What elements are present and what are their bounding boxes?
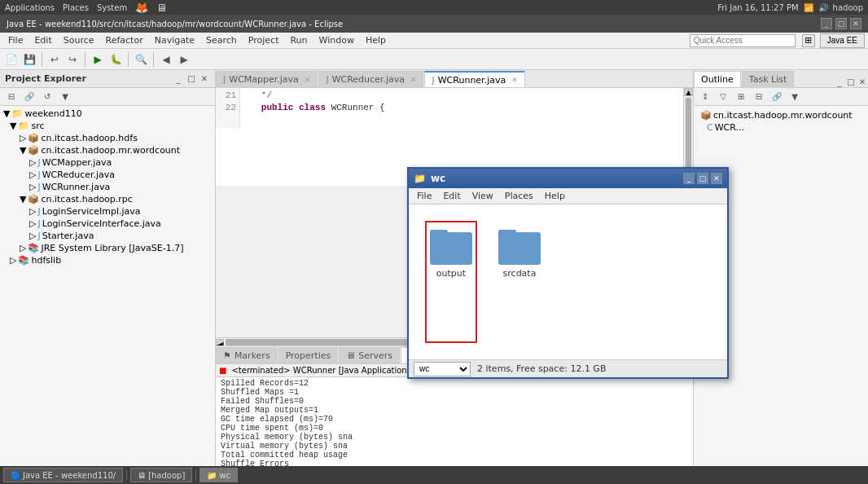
menu-run[interactable]: Run — [285, 33, 312, 47]
tab-outline[interactable]: Outline — [694, 71, 741, 87]
tab-close-wcrunner[interactable]: ✕ — [511, 76, 518, 84]
outline-item-class[interactable]: C WCR... — [697, 121, 865, 134]
toolbar-next[interactable]: ▶ — [176, 51, 192, 68]
menu-window[interactable]: Window — [314, 33, 359, 47]
tab-servers[interactable]: 🖥 Servers — [339, 347, 400, 363]
eclipse-maximize-btn[interactable]: □ — [835, 18, 847, 29]
wc-minimize-btn[interactable]: _ — [683, 173, 695, 184]
places-menu[interactable]: Places — [63, 3, 89, 12]
wc-folder-srcdata[interactable]: srcdata — [493, 221, 546, 343]
tree-item-pkg-hdfs[interactable]: ▷ 📦 cn.itcast.hadoop.hdfs — [0, 132, 215, 144]
toolbar-save[interactable]: 💾 — [21, 51, 37, 68]
outline-expand-btn[interactable]: ⊞ — [733, 89, 749, 105]
apps-menu[interactable]: Applications — [5, 3, 55, 12]
pe-minimize-btn[interactable]: _ — [173, 73, 184, 85]
wc-menu-places[interactable]: Places — [500, 189, 538, 203]
tree-item-src[interactable]: ▼ 📁 src — [0, 120, 215, 132]
tree-item-pkg-wordcount[interactable]: ▼ 📦 cn.itcast.hadoop.mr.wordcount — [0, 144, 215, 156]
lib-label: JRE System Library [JavaSE-1.7] — [41, 243, 183, 253]
outline-minimize-btn[interactable]: _ — [834, 76, 845, 87]
hscroll-left[interactable]: ◀ — [216, 339, 224, 345]
tab-wcmapper[interactable]: J WCMapper.java ✕ — [216, 71, 318, 87]
taskbar-eclipse[interactable]: 🔵 Java EE - weekend110/ — [3, 468, 123, 482]
pe-sync-btn[interactable]: ↺ — [39, 89, 55, 105]
pe-link-btn[interactable]: 🔗 — [21, 89, 37, 105]
tree-item-wcrunner[interactable]: ▷ J WCRunner.java — [0, 181, 215, 193]
outline-item-pkg[interactable]: 📦 cn.itcast.hadoop.mr.wordcount — [697, 109, 865, 121]
menu-edit[interactable]: Edit — [29, 33, 56, 47]
pe-menu-btn[interactable]: ▼ — [57, 89, 73, 105]
tree-item-project[interactable]: ▼ 📁 weekend110 — [0, 108, 215, 120]
java-ee-button[interactable]: Java EE — [820, 33, 865, 48]
toolbar-redo[interactable]: ↪ — [64, 51, 81, 68]
toolbar-run[interactable]: ▶ — [90, 51, 106, 68]
app-icon-1: 🖥 — [156, 2, 167, 14]
output-folder-icon — [430, 226, 472, 265]
expand-icon: ▼ — [3, 108, 10, 119]
toolbar-search[interactable]: 🔍 — [133, 51, 149, 68]
taskbar-wc[interactable]: 📁 wc — [199, 468, 238, 482]
wc-menu-edit[interactable]: Edit — [438, 189, 465, 203]
wc-maximize-btn[interactable]: □ — [697, 173, 708, 184]
vscroll-up[interactable]: ▲ — [684, 88, 693, 96]
expand-icon: ▼ — [20, 145, 26, 156]
menu-navigate[interactable]: Navigate — [150, 33, 199, 47]
wc-folder-output[interactable]: output — [425, 221, 477, 343]
wc-menu-file[interactable]: File — [412, 189, 436, 203]
tab-wcrunner[interactable]: J WCRunner.java ✕ — [424, 71, 524, 87]
lib-icon: 📚 — [28, 243, 39, 253]
wc-path-combo[interactable]: wc — [414, 362, 471, 376]
outline-maximize-btn[interactable]: □ — [845, 76, 857, 87]
taskbar-hadoop[interactable]: 🖥 [hadoop] — [130, 468, 192, 482]
wc-title-left: 📁 wc — [414, 173, 445, 184]
wc-menu-help[interactable]: Help — [540, 189, 570, 203]
wc-menu-view[interactable]: View — [467, 189, 498, 203]
tree-item-loginiface[interactable]: ▷ J LoginServiceInterface.java — [0, 218, 215, 230]
eclipse-minimize-btn[interactable]: _ — [821, 18, 832, 29]
eclipse-close-btn[interactable]: ✕ — [850, 18, 861, 29]
wc-close-btn[interactable]: ✕ — [711, 173, 722, 184]
quick-access-input[interactable] — [690, 34, 796, 47]
tree-item-wcmapper[interactable]: ▷ J WCMapper.java — [0, 156, 215, 169]
outline-link-btn[interactable]: 🔗 — [769, 89, 785, 105]
tab-tasklist[interactable]: Task List — [742, 71, 794, 87]
file-icon: J — [37, 206, 40, 217]
tree-item-starter[interactable]: ▷ J Starter.java — [0, 230, 215, 242]
tree-item-wcreducer[interactable]: ▷ J WCReducer.java — [0, 169, 215, 181]
menu-project[interactable]: Project — [243, 33, 284, 47]
pe-collapse-btn[interactable]: ⊟ — [3, 89, 20, 105]
tree-item-loginimpl[interactable]: ▷ J LoginServiceImpl.java — [0, 205, 215, 218]
tree-item-jre[interactable]: ▷ 📚 JRE System Library [JavaSE-1.7] — [0, 242, 215, 254]
taskbar: 🔵 Java EE - weekend110/ 🖥 [hadoop] 📁 wc — [0, 466, 868, 484]
menu-search[interactable]: Search — [201, 33, 242, 47]
pe-close-btn[interactable]: ✕ — [199, 73, 210, 85]
toolbar-prev[interactable]: ◀ — [158, 51, 174, 68]
system-menu[interactable]: System — [97, 3, 127, 12]
outline-menu-btn[interactable]: ▼ — [787, 89, 803, 105]
menu-source[interactable]: Source — [59, 33, 99, 47]
toolbar-new[interactable]: 📄 — [3, 51, 20, 68]
menu-help[interactable]: Help — [361, 33, 391, 47]
toolbar-debug[interactable]: 🐛 — [107, 51, 124, 68]
tree-item-pkg-rpc[interactable]: ▼ 📦 cn.itcast.hadoop.rpc — [0, 193, 215, 205]
menu-file[interactable]: File — [3, 33, 28, 47]
tab-wcreducer[interactable]: J WCReducer.java ✕ — [318, 71, 423, 87]
tab-markers[interactable]: ⚑ Markers — [216, 347, 278, 363]
pe-maximize-btn[interactable]: □ — [186, 73, 197, 85]
perspective-btn[interactable]: ⊞ — [802, 34, 815, 47]
eclipse-titlebar-controls: _ □ ✕ — [821, 18, 861, 29]
tree-item-hdfslib[interactable]: ▷ 📚 hdfslib — [0, 254, 215, 266]
outline-collapse-btn[interactable]: ⊟ — [751, 89, 767, 105]
tab-close-wcreducer[interactable]: ✕ — [410, 76, 417, 84]
hostname: hadoop — [833, 3, 863, 12]
outline-sort-btn[interactable]: ↕ — [697, 89, 713, 105]
code-content[interactable]: */ public class WCRunner { — [240, 88, 683, 128]
tab-close-wcmapper[interactable]: ✕ — [305, 76, 311, 84]
toolbar-undo[interactable]: ↩ — [46, 51, 63, 68]
line-num-21: 21 — [216, 90, 236, 102]
menu-refactor[interactable]: Refactor — [101, 33, 148, 47]
outline-filter-btn[interactable]: ▽ — [715, 89, 731, 105]
tab-properties[interactable]: Properties — [278, 347, 339, 363]
expand-icon: ▷ — [10, 255, 16, 266]
outline-close-btn[interactable]: ✕ — [857, 76, 868, 87]
